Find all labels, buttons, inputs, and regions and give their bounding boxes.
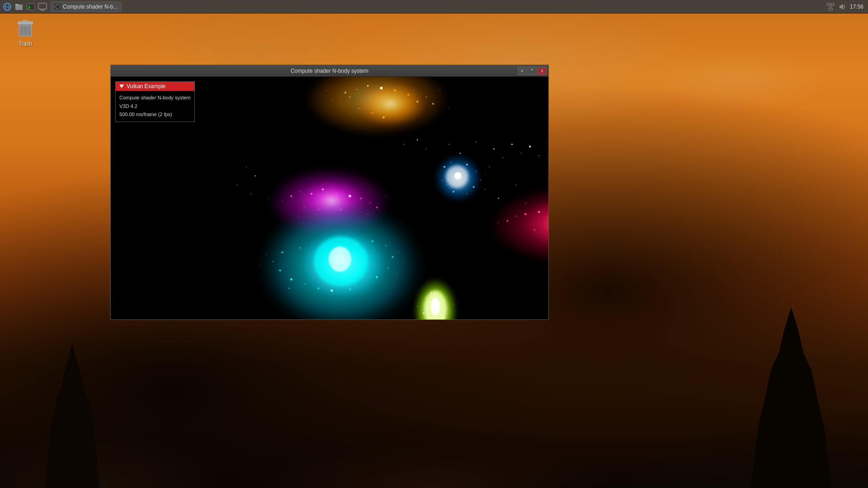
svg-point-143 — [443, 317, 445, 319]
window-title: Compute shader N-body system — [291, 68, 368, 74]
svg-point-58 — [480, 180, 481, 181]
svg-point-172 — [246, 166, 247, 167]
svg-point-44 — [448, 108, 449, 109]
terminal-icon[interactable]: _ — [25, 1, 36, 12]
svg-point-59 — [485, 173, 486, 174]
svg-point-34 — [407, 94, 410, 96]
svg-rect-13 — [827, 3, 830, 5]
svg-point-77 — [386, 196, 387, 197]
svg-point-108 — [288, 288, 290, 289]
svg-point-66 — [322, 188, 324, 190]
svg-point-131 — [491, 218, 492, 219]
svg-point-130 — [498, 223, 499, 224]
svg-point-149 — [453, 304, 454, 305]
svg-point-156 — [538, 155, 539, 156]
info-line1: Compute shader N-body system — [119, 94, 191, 102]
svg-point-90 — [317, 287, 319, 289]
svg-point-49 — [454, 172, 462, 179]
taskbar: _ Compute shader N-b... — [0, 0, 868, 14]
svg-point-95 — [387, 267, 389, 269]
svg-point-45 — [439, 90, 440, 91]
taskbar-right: 17:56 — [826, 3, 868, 11]
svg-point-98 — [372, 240, 373, 242]
svg-point-113 — [515, 216, 517, 217]
svg-point-96 — [392, 256, 393, 258]
svg-point-151 — [493, 148, 495, 150]
svg-point-38 — [372, 112, 373, 114]
svg-point-152 — [503, 157, 504, 158]
svg-point-33 — [394, 89, 396, 91]
svg-point-37 — [432, 103, 434, 105]
window-titlebar[interactable]: Compute shader N-body system v ^ x — [111, 65, 548, 77]
svg-point-103 — [335, 254, 345, 265]
svg-rect-4 — [15, 4, 19, 5]
svg-point-60 — [442, 180, 443, 181]
svg-point-114 — [524, 213, 527, 215]
svg-point-124 — [533, 229, 535, 231]
svg-point-140 — [439, 293, 441, 295]
svg-point-67 — [335, 193, 337, 195]
svg-point-101 — [399, 252, 400, 253]
svg-point-50 — [443, 166, 445, 168]
svg-point-100 — [259, 265, 260, 266]
svg-point-163 — [417, 139, 418, 141]
svg-point-91 — [330, 290, 333, 292]
taskbar-app-icon — [55, 4, 61, 10]
info-line2: V3D 4.2 — [119, 102, 191, 111]
taskbar-app-label: Compute shader N-b... — [63, 4, 118, 10]
window-close-btn[interactable]: x — [538, 67, 547, 75]
app-launcher-icon[interactable] — [2, 1, 13, 12]
svg-point-148 — [424, 305, 425, 306]
trash-label: Trash — [19, 41, 32, 47]
svg-point-125 — [545, 231, 547, 233]
window-maximize-btn[interactable]: ^ — [528, 67, 537, 75]
display-settings-icon[interactable] — [37, 1, 48, 12]
collapse-triangle[interactable] — [119, 84, 124, 88]
svg-point-51 — [451, 162, 452, 163]
svg-line-17 — [830, 5, 833, 8]
svg-point-76 — [275, 205, 276, 206]
svg-point-63 — [290, 195, 292, 197]
taskbar-app-button[interactable]: Compute shader N-b... — [51, 1, 122, 12]
svg-point-69 — [360, 197, 362, 199]
svg-point-161 — [525, 202, 526, 203]
svg-point-165 — [448, 144, 449, 145]
svg-point-85 — [281, 252, 283, 253]
svg-point-175 — [250, 193, 251, 194]
svg-point-42 — [340, 103, 341, 104]
temple-right — [750, 307, 832, 488]
svg-point-29 — [344, 92, 346, 94]
volume-icon — [838, 3, 846, 11]
svg-point-173 — [255, 175, 256, 177]
svg-point-92 — [349, 288, 351, 290]
svg-point-142 — [446, 308, 448, 310]
window-controls: v ^ x — [518, 65, 547, 76]
svg-point-87 — [279, 269, 281, 271]
svg-point-40 — [358, 108, 359, 109]
svg-point-89 — [304, 283, 306, 285]
svg-point-68 — [349, 195, 351, 197]
svg-point-154 — [520, 153, 521, 154]
svg-point-162 — [403, 144, 404, 145]
svg-rect-25 — [19, 25, 32, 26]
svg-point-138 — [425, 296, 427, 298]
svg-point-41 — [331, 99, 332, 100]
info-header: Vulkan Example — [116, 82, 194, 91]
svg-point-30 — [356, 89, 357, 90]
window-minimize-btn[interactable]: v — [518, 67, 527, 75]
svg-point-109 — [396, 274, 398, 276]
network-icon — [826, 3, 835, 11]
svg-rect-14 — [831, 3, 834, 5]
trash-icon-desktop[interactable]: Trash — [9, 17, 42, 47]
svg-point-86 — [273, 261, 274, 262]
file-manager-icon[interactable] — [14, 1, 24, 12]
svg-point-157 — [489, 166, 490, 167]
svg-point-53 — [475, 171, 476, 172]
info-line3: 500.00 ms/frame (2 fps) — [119, 110, 191, 119]
svg-point-99 — [266, 254, 267, 255]
svg-point-115 — [538, 211, 540, 213]
svg-point-94 — [376, 276, 378, 278]
info-overlay: Vulkan Example Compute shader N-body sys… — [115, 81, 195, 122]
clock: 17:56 — [850, 4, 863, 10]
svg-rect-21 — [23, 20, 28, 22]
